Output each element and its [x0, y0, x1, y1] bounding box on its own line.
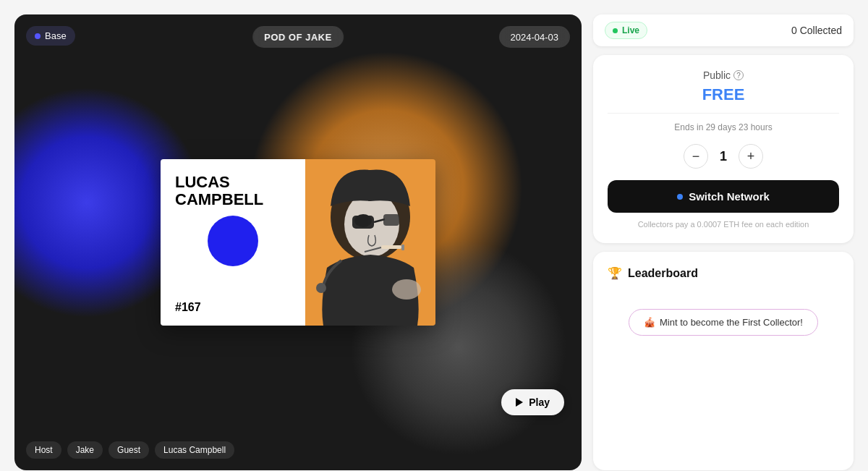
- quantity-value: 1: [720, 149, 727, 164]
- svg-rect-7: [381, 245, 401, 249]
- mint-divider: [608, 113, 839, 114]
- blue-circle-decoration: [208, 216, 258, 266]
- svg-point-10: [392, 279, 421, 300]
- bottom-tags: Host Jake Guest Lucas Campbell: [26, 441, 234, 459]
- collected-label: Collected: [800, 25, 842, 36]
- collected-count: 0 Collected: [791, 25, 842, 36]
- mint-first-icon: 🎪: [644, 317, 655, 328]
- svg-rect-3: [352, 216, 374, 229]
- live-badge: Live: [605, 22, 647, 39]
- quantity-row: − 1 +: [608, 144, 839, 169]
- quantity-decrease-button[interactable]: −: [684, 144, 708, 169]
- mint-first-label: Mint to become the First Collector!: [660, 317, 803, 328]
- mint-price: FREE: [608, 85, 839, 104]
- leaderboard-title: 🏆 Leaderboard: [608, 266, 839, 280]
- mint-type-label: Public ?: [608, 69, 839, 81]
- network-dot: [35, 33, 41, 39]
- page-container: Base POD OF JAKE 2024-04-03 LUCAS CAMPBE…: [14, 14, 854, 470]
- card-right-illustration: [305, 159, 435, 326]
- guest-name: LUCAS CAMPBELL: [175, 174, 291, 208]
- episode-card: LUCAS CAMPBELL #167: [161, 159, 435, 326]
- leaderboard-label: Leaderboard: [628, 267, 698, 280]
- ends-text: Ends in 29 days 23 hours: [608, 122, 839, 132]
- date-text: 2024-04-03: [511, 32, 559, 43]
- right-panel: Live 0 Collected Public ? FREE Ends in 2…: [593, 14, 854, 470]
- quantity-increase-button[interactable]: +: [739, 144, 763, 169]
- svg-rect-5: [383, 214, 399, 226]
- card-left: LUCAS CAMPBELL #167: [161, 159, 305, 326]
- switch-network-label: Switch Network: [689, 190, 770, 203]
- info-icon[interactable]: ?: [733, 70, 744, 80]
- mint-card: Public ? FREE Ends in 29 days 23 hours −…: [593, 55, 854, 243]
- play-button[interactable]: Play: [501, 389, 564, 415]
- svg-rect-8: [401, 245, 404, 250]
- network-label: Base: [45, 30, 67, 41]
- episode-number: #167: [175, 301, 291, 314]
- trophy-icon: 🏆: [608, 266, 622, 280]
- tag-host[interactable]: Host: [26, 441, 61, 459]
- tag-lucas-campbell[interactable]: Lucas Campbell: [155, 441, 234, 459]
- status-bar: Live 0 Collected: [593, 14, 854, 46]
- podcast-title-badge: POD OF JAKE: [252, 26, 344, 48]
- play-label: Play: [529, 396, 550, 408]
- live-text: Live: [622, 25, 639, 35]
- switch-network-dot: [677, 194, 683, 200]
- podcast-title-text: POD OF JAKE: [264, 32, 332, 43]
- fee-text: Collectors pay a 0.0007 ETH fee on each …: [608, 220, 839, 229]
- illustration-svg: [305, 159, 435, 326]
- switch-network-button[interactable]: Switch Network: [608, 180, 839, 213]
- tag-guest[interactable]: Guest: [109, 441, 149, 459]
- tag-jake[interactable]: Jake: [67, 441, 103, 459]
- live-dot: [613, 28, 618, 33]
- mint-type-row: Public ?: [608, 69, 839, 81]
- network-badge[interactable]: Base: [26, 26, 75, 46]
- mint-first-button[interactable]: 🎪 Mint to become the First Collector!: [629, 309, 818, 336]
- play-icon: [516, 398, 523, 407]
- collected-number: 0: [791, 25, 797, 36]
- date-badge: 2024-04-03: [499, 26, 571, 48]
- svg-point-9: [316, 283, 326, 293]
- leaderboard-card: 🏆 Leaderboard 🎪 Mint to become the First…: [593, 252, 854, 470]
- podcast-card: Base POD OF JAKE 2024-04-03 LUCAS CAMPBE…: [14, 14, 582, 470]
